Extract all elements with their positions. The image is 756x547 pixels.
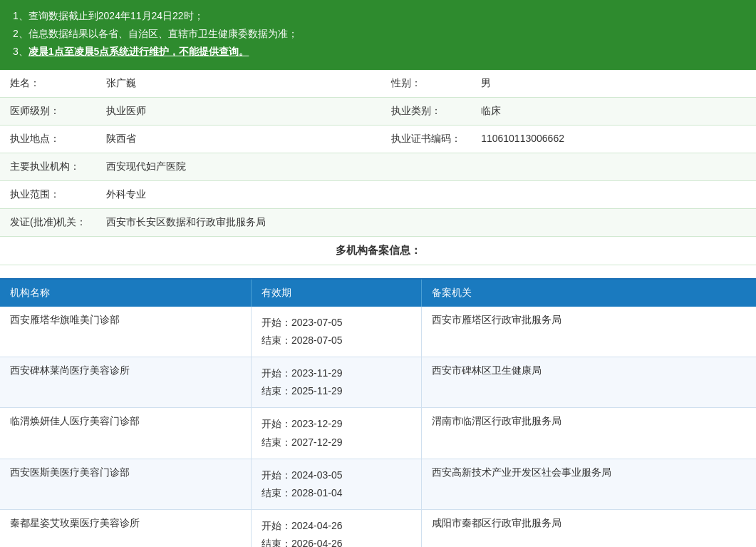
info-row-issuing-authority: 发证(批准)机关： 西安市长安区数据和行政审批服务局 [0,208,756,236]
multi-institution-table: 机构名称 有效期 备案机关 西安雁塔华旗唯美门诊部开始：2023-07-05结束… [0,278,756,547]
license-code-value: 110610113006662 [471,125,756,153]
practice-type-value: 临床 [471,97,756,125]
validity-period: 开始：2023-12-29结束：2027-12-29 [251,408,421,459]
multi-table-wrapper: 机构名称 有效期 备案机关 西安雁塔华旗唯美门诊部开始：2023-07-05结束… [0,278,756,547]
validity-period: 开始：2024-04-26结束：2026-04-26 [251,510,421,547]
institution-name: 西安碑林莱尚医疗美容诊所 [0,357,251,407]
multi-table-header-row: 机构名称 有效期 备案机关 [0,279,756,307]
filing-authority: 西安市雁塔区行政审批服务局 [421,307,756,357]
filing-authority: 西安高新技术产业开发区社会事业服务局 [421,459,756,509]
multi-table-row: 临渭焕妍佳人医疗美容门诊部开始：2023-12-29结束：2027-12-29渭… [0,408,756,459]
validity-period: 开始：2023-07-05结束：2028-07-05 [251,307,421,357]
info-row-main-institution: 主要执业机构： 西安现代妇产医院 [0,153,756,180]
practice-location-label: 执业地点： [0,125,96,153]
multi-table-row: 西安医斯美医疗美容门诊部开始：2024-03-05结束：2028-01-04西安… [0,459,756,509]
doctor-level-label: 医师级别： [0,97,96,125]
filing-authority: 西安市碑林区卫生健康局 [421,357,756,407]
name-value: 张广巍 [96,69,381,98]
doctor-level-value: 执业医师 [96,97,381,125]
validity-period: 开始：2024-03-05结束：2028-01-04 [251,459,421,509]
institution-name: 西安雁塔华旗唯美门诊部 [0,307,251,357]
notice-highlight: 凌晨1点至凌晨5点系统进行维护，不能提供查询。 [29,46,249,57]
col-authority: 备案机关 [421,279,756,307]
issuing-authority-value: 西安市长安区数据和行政审批服务局 [96,208,756,236]
info-row-name-gender: 姓名： 张广巍 性别： 男 [0,69,756,98]
practice-type-label: 执业类别： [381,97,471,125]
gender-value: 男 [471,69,756,98]
practice-scope-label: 执业范围： [0,180,96,208]
institution-name: 临渭焕妍佳人医疗美容门诊部 [0,408,251,459]
gender-label: 性别： [381,69,471,98]
name-label: 姓名： [0,69,96,98]
filing-authority: 咸阳市秦都区行政审批服务局 [421,510,756,547]
multi-section-title-row: 多机构备案信息： [0,236,756,265]
multi-table-row: 秦都星姿艾玫栗医疗美容诊所开始：2024-04-26结束：2026-04-26咸… [0,510,756,547]
license-code-label: 执业证书编码： [381,125,471,153]
practice-location-value: 陕西省 [96,125,381,153]
institution-name: 西安医斯美医疗美容门诊部 [0,459,251,509]
col-institution: 机构名称 [0,279,251,307]
institution-name: 秦都星姿艾玫栗医疗美容诊所 [0,510,251,547]
multi-table-row: 西安雁塔华旗唯美门诊部开始：2023-07-05结束：2028-07-05西安市… [0,307,756,357]
main-institution-label: 主要执业机构： [0,153,96,180]
person-info-table: 姓名： 张广巍 性别： 男 医师级别： 执业医师 执业类别： 临床 执业地点： … [0,68,756,265]
notice-line-2: 2、信息数据结果以各省、自治区、直辖市卫生健康委数据为准； [13,25,743,43]
main-institution-value: 西安现代妇产医院 [96,153,756,180]
info-row-practice-scope: 执业范围： 外科专业 [0,180,756,208]
multi-table-row: 西安碑林莱尚医疗美容诊所开始：2023-11-29结束：2025-11-29西安… [0,357,756,407]
notice-box: 1、查询数据截止到2024年11月24日22时； 2、信息数据结果以各省、自治区… [0,0,756,68]
issuing-authority-label: 发证(批准)机关： [0,208,96,236]
practice-scope-value: 外科专业 [96,180,756,208]
col-validity: 有效期 [251,279,421,307]
filing-authority: 渭南市临渭区行政审批服务局 [421,408,756,459]
multi-section-title: 多机构备案信息： [0,236,756,265]
info-row-location-code: 执业地点： 陕西省 执业证书编码： 110610113006662 [0,125,756,153]
notice-line-3: 3、凌晨1点至凌晨5点系统进行维护，不能提供查询。 [13,43,743,61]
info-row-level-type: 医师级别： 执业医师 执业类别： 临床 [0,97,756,125]
validity-period: 开始：2023-11-29结束：2025-11-29 [251,357,421,407]
notice-line-1: 1、查询数据截止到2024年11月24日22时； [13,7,743,25]
